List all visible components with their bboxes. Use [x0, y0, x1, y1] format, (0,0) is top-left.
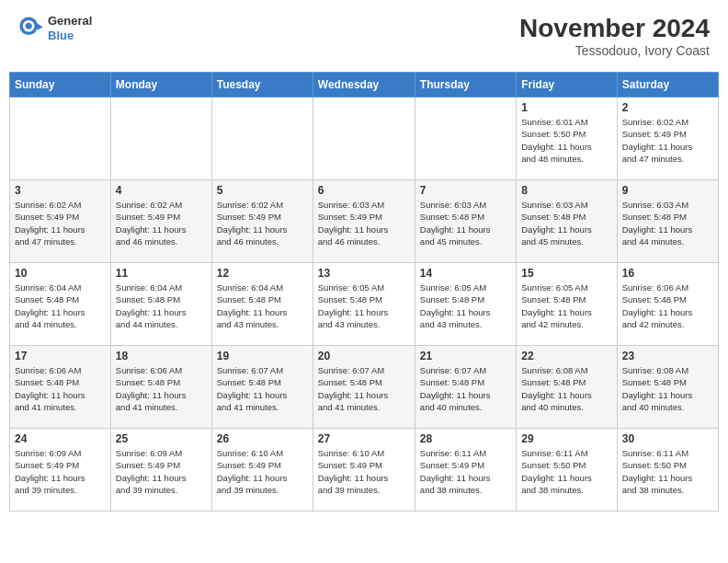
calendar-cell: 14Sunrise: 6:05 AM Sunset: 5:48 PM Dayli… [415, 263, 516, 346]
calendar-cell: 9Sunrise: 6:03 AM Sunset: 5:48 PM Daylig… [617, 180, 718, 263]
calendar-week-row: 17Sunrise: 6:06 AM Sunset: 5:48 PM Dayli… [10, 346, 719, 429]
day-info: Sunrise: 6:11 AM Sunset: 5:50 PM Dayligh… [622, 447, 713, 496]
calendar-cell: 28Sunrise: 6:11 AM Sunset: 5:49 PM Dayli… [415, 429, 516, 511]
day-number: 26 [217, 432, 308, 445]
calendar-cell: 21Sunrise: 6:07 AM Sunset: 5:48 PM Dayli… [415, 346, 516, 429]
calendar-day-header: Thursday [415, 73, 516, 98]
calendar-day-header: Wednesday [313, 73, 415, 98]
day-number: 21 [420, 350, 511, 362]
day-number: 6 [318, 184, 410, 197]
day-info: Sunrise: 6:11 AM Sunset: 5:49 PM Dayligh… [420, 447, 511, 496]
calendar-cell: 18Sunrise: 6:06 AM Sunset: 5:48 PM Dayli… [110, 346, 211, 429]
svg-point-2 [26, 22, 32, 29]
day-number: 17 [15, 350, 106, 362]
day-info: Sunrise: 6:09 AM Sunset: 5:49 PM Dayligh… [15, 447, 106, 496]
page-title: November 2024 [519, 14, 710, 43]
calendar-cell: 26Sunrise: 6:10 AM Sunset: 5:49 PM Dayli… [211, 429, 313, 511]
day-number: 13 [318, 267, 410, 280]
day-info: Sunrise: 6:09 AM Sunset: 5:49 PM Dayligh… [116, 447, 207, 496]
day-info: Sunrise: 6:08 AM Sunset: 5:48 PM Dayligh… [521, 364, 611, 413]
calendar-cell: 24Sunrise: 6:09 AM Sunset: 5:49 PM Dayli… [10, 429, 111, 511]
calendar-cell: 1Sunrise: 6:01 AM Sunset: 5:50 PM Daylig… [517, 98, 617, 180]
day-info: Sunrise: 6:05 AM Sunset: 5:48 PM Dayligh… [420, 282, 511, 330]
calendar-cell: 23Sunrise: 6:08 AM Sunset: 5:48 PM Dayli… [617, 346, 718, 429]
day-number: 12 [217, 267, 308, 280]
calendar-cell: 11Sunrise: 6:04 AM Sunset: 5:48 PM Dayli… [110, 263, 211, 346]
day-info: Sunrise: 6:05 AM Sunset: 5:48 PM Dayligh… [521, 282, 611, 330]
calendar-cell [211, 98, 313, 180]
calendar-cell: 13Sunrise: 6:05 AM Sunset: 5:48 PM Dayli… [313, 263, 415, 346]
calendar-body: 1Sunrise: 6:01 AM Sunset: 5:50 PM Daylig… [10, 98, 719, 511]
logo-line2: Blue [48, 29, 92, 43]
logo: General Blue [18, 14, 92, 42]
calendar-cell: 20Sunrise: 6:07 AM Sunset: 5:48 PM Dayli… [313, 346, 415, 429]
logo-text: General Blue [48, 14, 92, 42]
day-info: Sunrise: 6:02 AM Sunset: 5:49 PM Dayligh… [15, 199, 106, 247]
calendar-day-header: Sunday [10, 73, 111, 98]
calendar-cell: 7Sunrise: 6:03 AM Sunset: 5:48 PM Daylig… [415, 180, 516, 263]
day-number: 11 [116, 267, 207, 280]
calendar-table: SundayMondayTuesdayWednesdayThursdayFrid… [9, 72, 719, 511]
day-info: Sunrise: 6:11 AM Sunset: 5:50 PM Dayligh… [521, 447, 611, 496]
calendar-cell: 4Sunrise: 6:02 AM Sunset: 5:49 PM Daylig… [110, 180, 211, 263]
day-number: 7 [420, 184, 511, 197]
day-number: 2 [622, 101, 713, 114]
calendar-day-header: Tuesday [211, 73, 313, 98]
day-info: Sunrise: 6:08 AM Sunset: 5:48 PM Dayligh… [622, 364, 713, 413]
day-number: 24 [15, 432, 106, 445]
day-info: Sunrise: 6:10 AM Sunset: 5:49 PM Dayligh… [217, 447, 308, 496]
day-info: Sunrise: 6:06 AM Sunset: 5:48 PM Dayligh… [622, 282, 713, 330]
day-info: Sunrise: 6:07 AM Sunset: 5:48 PM Dayligh… [217, 364, 308, 413]
day-info: Sunrise: 6:03 AM Sunset: 5:48 PM Dayligh… [622, 199, 713, 247]
calendar-header-row: SundayMondayTuesdayWednesdayThursdayFrid… [10, 73, 719, 98]
day-number: 19 [217, 350, 308, 362]
day-number: 8 [521, 184, 611, 197]
day-info: Sunrise: 6:03 AM Sunset: 5:48 PM Dayligh… [521, 199, 611, 247]
logo-icon [18, 16, 44, 41]
day-number: 15 [521, 267, 611, 280]
calendar-day-header: Friday [517, 73, 617, 98]
calendar-cell: 16Sunrise: 6:06 AM Sunset: 5:48 PM Dayli… [617, 263, 718, 346]
day-number: 29 [521, 432, 611, 445]
calendar-day-header: Saturday [617, 73, 718, 98]
calendar-cell: 2Sunrise: 6:02 AM Sunset: 5:49 PM Daylig… [617, 98, 718, 180]
calendar-week-row: 24Sunrise: 6:09 AM Sunset: 5:49 PM Dayli… [10, 429, 719, 511]
day-number: 14 [420, 267, 511, 280]
calendar-cell: 22Sunrise: 6:08 AM Sunset: 5:48 PM Dayli… [517, 346, 617, 429]
day-number: 4 [116, 184, 207, 197]
day-info: Sunrise: 6:04 AM Sunset: 5:48 PM Dayligh… [15, 282, 106, 330]
day-info: Sunrise: 6:10 AM Sunset: 5:49 PM Dayligh… [318, 447, 410, 496]
calendar-cell: 10Sunrise: 6:04 AM Sunset: 5:48 PM Dayli… [10, 263, 111, 346]
page-subtitle: Tessodouo, Ivory Coast [519, 43, 710, 58]
day-number: 22 [521, 350, 611, 362]
calendar-day-header: Monday [110, 73, 211, 98]
day-info: Sunrise: 6:04 AM Sunset: 5:48 PM Dayligh… [116, 282, 207, 330]
calendar-cell [313, 98, 415, 180]
calendar-week-row: 10Sunrise: 6:04 AM Sunset: 5:48 PM Dayli… [10, 263, 719, 346]
calendar-week-row: 1Sunrise: 6:01 AM Sunset: 5:50 PM Daylig… [10, 98, 719, 180]
calendar-cell [10, 98, 111, 180]
day-number: 18 [116, 350, 207, 362]
day-number: 25 [116, 432, 207, 445]
calendar-cell: 29Sunrise: 6:11 AM Sunset: 5:50 PM Dayli… [517, 429, 617, 511]
day-number: 30 [622, 432, 713, 445]
calendar-week-row: 3Sunrise: 6:02 AM Sunset: 5:49 PM Daylig… [10, 180, 719, 263]
calendar-cell: 27Sunrise: 6:10 AM Sunset: 5:49 PM Dayli… [313, 429, 415, 511]
day-info: Sunrise: 6:02 AM Sunset: 5:49 PM Dayligh… [116, 199, 207, 247]
day-info: Sunrise: 6:06 AM Sunset: 5:48 PM Dayligh… [15, 364, 106, 413]
calendar-cell: 17Sunrise: 6:06 AM Sunset: 5:48 PM Dayli… [10, 346, 111, 429]
calendar-cell: 12Sunrise: 6:04 AM Sunset: 5:48 PM Dayli… [211, 263, 313, 346]
day-number: 28 [420, 432, 511, 445]
day-number: 27 [318, 432, 410, 445]
day-number: 16 [622, 267, 713, 280]
calendar-cell: 19Sunrise: 6:07 AM Sunset: 5:48 PM Dayli… [211, 346, 313, 429]
calendar-cell: 5Sunrise: 6:02 AM Sunset: 5:49 PM Daylig… [211, 180, 313, 263]
day-number: 20 [318, 350, 410, 362]
day-number: 10 [15, 267, 106, 280]
day-info: Sunrise: 6:05 AM Sunset: 5:48 PM Dayligh… [318, 282, 410, 330]
day-number: 9 [622, 184, 713, 197]
day-number: 5 [217, 184, 308, 197]
page-header: General Blue November 2024 Tessodouo, Iv… [9, 9, 719, 63]
calendar-cell: 30Sunrise: 6:11 AM Sunset: 5:50 PM Dayli… [617, 429, 718, 511]
day-info: Sunrise: 6:06 AM Sunset: 5:48 PM Dayligh… [116, 364, 207, 413]
